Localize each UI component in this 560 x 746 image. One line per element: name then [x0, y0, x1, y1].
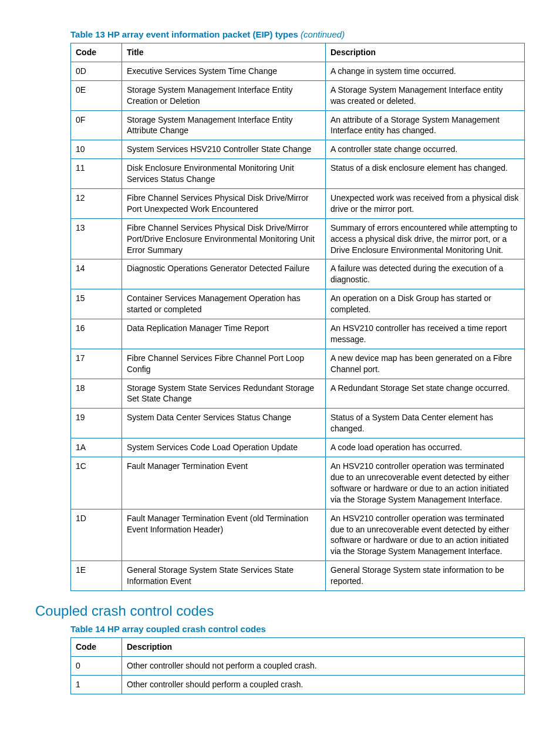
- cell-desc: An operation on a Disk Group has started…: [326, 289, 525, 319]
- cell-title: Diagnostic Operations Generator Detected…: [122, 259, 326, 289]
- cell-desc: An HSV210 controller has received a time…: [326, 319, 525, 349]
- cell-code: 1: [71, 675, 122, 694]
- table-header-row: Code Description: [71, 637, 525, 656]
- table-row: 0EStorage System Management Interface En…: [71, 80, 525, 110]
- cell-code: 0: [71, 656, 122, 675]
- table-row: 15Container Services Management Operatio…: [71, 289, 525, 319]
- cell-desc: A new device map has been generated on a…: [326, 349, 525, 379]
- cell-desc: Summary of errors encountered while atte…: [326, 218, 525, 259]
- cell-code: 15: [71, 289, 122, 319]
- table-13-caption: Table 13 HP array event information pack…: [70, 29, 525, 39]
- table-row: 18Storage System State Services Redundan…: [71, 379, 525, 409]
- table-row: 14Diagnostic Operations Generator Detect…: [71, 259, 525, 289]
- table-row: 1DFault Manager Termination Event (old T…: [71, 509, 525, 561]
- cell-code: 16: [71, 319, 122, 349]
- cell-desc: Status of a System Data Center element h…: [326, 409, 525, 438]
- col-header-code: Code: [71, 43, 122, 62]
- col-header-desc: Description: [326, 43, 525, 62]
- cell-title: Container Services Management Operation …: [122, 289, 326, 319]
- cell-code: 17: [71, 349, 122, 379]
- cell-title: Fibre Channel Services Physical Disk Dri…: [122, 218, 326, 259]
- table-row: 12Fibre Channel Services Physical Disk D…: [71, 189, 525, 219]
- col-header-desc: Description: [122, 637, 525, 656]
- table-14: Code Description 0Other controller shoul…: [70, 637, 525, 694]
- cell-code: 19: [71, 409, 122, 438]
- table-13: Code Title Description 0DExecutive Servi…: [70, 43, 525, 591]
- cell-code: 14: [71, 259, 122, 289]
- table-row: 1Other controller should perform a coupl…: [71, 675, 525, 694]
- cell-desc: An HSV210 controller operation was termi…: [326, 509, 525, 561]
- cell-title: Disk Enclosure Environmental Monitoring …: [122, 159, 326, 189]
- table-row: 13Fibre Channel Services Physical Disk D…: [71, 218, 525, 259]
- table-row: 19System Data Center Services Status Cha…: [71, 409, 525, 438]
- cell-title: Fault Manager Termination Event (old Ter…: [122, 509, 326, 561]
- table-row: 1EGeneral Storage System State Services …: [71, 561, 525, 591]
- table-row: 16Data Replication Manager Time ReportAn…: [71, 319, 525, 349]
- cell-desc: A change in system time occurred.: [326, 62, 525, 80]
- cell-title: Fibre Channel Services Fibre Channel Por…: [122, 349, 326, 379]
- cell-code: 1A: [71, 438, 122, 457]
- table-row: 0Other controller should not perform a c…: [71, 656, 525, 675]
- cell-desc: Other controller should not perform a co…: [122, 656, 525, 675]
- cell-code: 10: [71, 140, 122, 159]
- table-13-caption-main: Table 13 HP array event information pack…: [70, 29, 298, 39]
- cell-title: General Storage System State Services St…: [122, 561, 326, 591]
- cell-desc: A Redundant Storage Set state change occ…: [326, 379, 525, 409]
- table-row: 1ASystem Services Code Load Operation Up…: [71, 438, 525, 457]
- cell-desc: An HSV210 controller operation was termi…: [326, 457, 525, 509]
- cell-desc: A code load operation has occurred.: [326, 438, 525, 457]
- table-row: 1CFault Manager Termination EventAn HSV2…: [71, 457, 525, 509]
- table-row: 17Fibre Channel Services Fibre Channel P…: [71, 349, 525, 379]
- cell-desc: An attribute of a Storage System Managem…: [326, 110, 525, 140]
- cell-code: 11: [71, 159, 122, 189]
- cell-code: 13: [71, 218, 122, 259]
- cell-title: Fibre Channel Services Physical Disk Dri…: [122, 189, 326, 219]
- cell-code: 12: [71, 189, 122, 219]
- cell-title: Executive Services System Time Change: [122, 62, 326, 80]
- cell-code: 0D: [71, 62, 122, 80]
- cell-code: 0F: [71, 110, 122, 140]
- cell-desc: Unexpected work was received from a phys…: [326, 189, 525, 219]
- table-row: 11Disk Enclosure Environmental Monitorin…: [71, 159, 525, 189]
- section-heading-coupled-crash: Coupled crash control codes: [35, 603, 525, 619]
- table-13-caption-suffix: (continued): [301, 29, 345, 39]
- cell-desc: Status of a disk enclosure element has c…: [326, 159, 525, 189]
- cell-desc: A failure was detected during the execut…: [326, 259, 525, 289]
- cell-desc: A Storage System Management Interface en…: [326, 80, 525, 110]
- cell-title: Storage System Management Interface Enti…: [122, 110, 326, 140]
- cell-desc: General Storage System state information…: [326, 561, 525, 591]
- col-header-code: Code: [71, 637, 122, 656]
- cell-title: Storage System Management Interface Enti…: [122, 80, 326, 110]
- cell-desc: A controller state change occurred.: [326, 140, 525, 159]
- table-row: 10System Services HSV210 Controller Stat…: [71, 140, 525, 159]
- cell-code: 18: [71, 379, 122, 409]
- cell-title: System Services HSV210 Controller State …: [122, 140, 326, 159]
- cell-code: 1C: [71, 457, 122, 509]
- cell-title: System Services Code Load Operation Upda…: [122, 438, 326, 457]
- cell-title: System Data Center Services Status Chang…: [122, 409, 326, 438]
- table-header-row: Code Title Description: [71, 43, 525, 62]
- cell-code: 1E: [71, 561, 122, 591]
- table-row: 0FStorage System Management Interface En…: [71, 110, 525, 140]
- table-14-caption: Table 14 HP array coupled crash control …: [70, 624, 525, 634]
- table-row: 0DExecutive Services System Time ChangeA…: [71, 62, 525, 80]
- cell-title: Fault Manager Termination Event: [122, 457, 326, 509]
- cell-title: Data Replication Manager Time Report: [122, 319, 326, 349]
- cell-code: 0E: [71, 80, 122, 110]
- col-header-title: Title: [122, 43, 326, 62]
- cell-title: Storage System State Services Redundant …: [122, 379, 326, 409]
- cell-desc: Other controller should perform a couple…: [122, 675, 525, 694]
- cell-code: 1D: [71, 509, 122, 561]
